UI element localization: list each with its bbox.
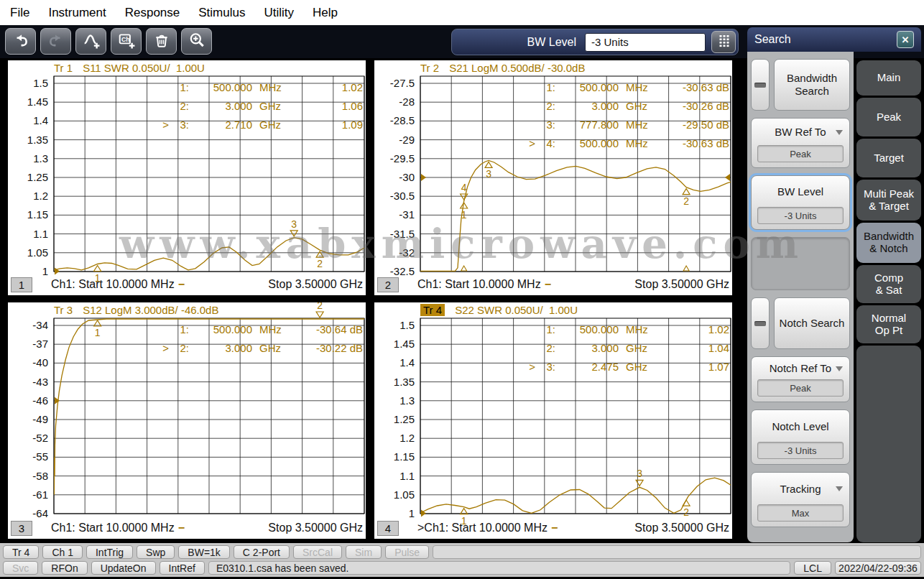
status-datetime: 2022/04/22-09:36	[835, 561, 921, 575]
menu-item-help[interactable]: Help	[313, 6, 338, 20]
status-bw-1k[interactable]: BW=1k	[178, 545, 230, 559]
menu-item-response[interactable]: Response	[125, 6, 180, 20]
marker-frequency-unit: MHz	[619, 119, 656, 131]
marker-2: 2	[683, 189, 690, 207]
bw-ref-to-button[interactable]: BW Ref ToPeak	[751, 118, 850, 168]
trace-plot-1[interactable]: Tr 1S11 SWR 0.050U/ 1.00U1.51.451.41.351…	[7, 60, 366, 296]
status-ch-1[interactable]: Ch 1	[42, 545, 83, 559]
softkey-label-row: Tracking	[752, 473, 849, 504]
status-tr-4[interactable]: Tr 4	[3, 545, 39, 559]
tab-bandwidth-notch[interactable]: Bandwidth& Notch	[856, 223, 921, 263]
marker-number: 2:	[169, 100, 189, 112]
notch-search-toggle[interactable]	[751, 297, 770, 349]
add-trace-button[interactable]	[75, 28, 106, 55]
channel-number-badge: 4	[377, 521, 399, 536]
lcl-button[interactable]: LCL	[794, 561, 831, 575]
sweep-start-text: Ch1: Start 10.0000 MHz	[51, 522, 175, 534]
bw-level-input[interactable]	[585, 33, 706, 52]
tracking-button[interactable]: TrackingMax	[751, 472, 850, 527]
search-panel-title: Search	[754, 33, 791, 46]
marker-readout-row: 1:500.000MHz1.02	[159, 78, 363, 96]
tab-normal-op-pt[interactable]: NormalOp Pt	[856, 305, 921, 343]
marker-frequency: 500.000	[555, 137, 619, 149]
tab-peak[interactable]: Peak	[856, 98, 921, 136]
redo-button[interactable]	[40, 28, 71, 55]
menu-item-stimulus[interactable]: Stimulus	[198, 6, 245, 20]
notch-level-button[interactable]: Notch Level-3 Units	[751, 409, 850, 465]
marker-active-indicator: >	[525, 361, 535, 373]
marker-value: 1.04	[656, 342, 729, 354]
marker-number: 4:	[535, 137, 555, 149]
marker-value: -30.63 dB	[656, 137, 729, 149]
notch-search-button[interactable]: Notch Search	[774, 297, 850, 349]
softkey-value-text: -3 Units	[785, 445, 817, 456]
keypad-button[interactable]	[711, 31, 736, 53]
tab-label: Comp& Sat	[874, 272, 903, 297]
status-inttrig[interactable]: IntTrig	[86, 545, 133, 559]
bandwidth-search-toggle[interactable]	[751, 59, 770, 111]
undo-button[interactable]	[5, 28, 36, 55]
marker-1: 1	[461, 203, 468, 221]
delete-button[interactable]	[146, 28, 177, 55]
marker-frequency-unit: MHz	[252, 323, 290, 335]
add-channel-button[interactable]: Ch	[111, 28, 142, 55]
notch-ref-to-button[interactable]: Notch Ref ToPeak	[751, 356, 850, 402]
marker-active-indicator: >	[525, 137, 535, 149]
bw-level-button[interactable]: BW Level-3 Units	[751, 175, 850, 230]
trace-plus-icon	[83, 32, 100, 52]
tab-multi-peak-target[interactable]: Multi Peak& Target	[856, 180, 921, 221]
status-intref[interactable]: IntRef	[160, 561, 205, 575]
marker-3: 3	[290, 218, 297, 236]
trace-plot-4[interactable]: Tr 4S22 SWR 0.050U/ 1.00U1.51.451.41.351…	[374, 302, 733, 539]
marker-frequency: 2.710	[189, 119, 252, 131]
trace-plot-2[interactable]: Tr 2S21 LogM 0.500dB/ -30.0dB-27.5-28-28…	[374, 60, 733, 296]
close-icon[interactable]: ✕	[897, 31, 914, 48]
tab-target[interactable]: Target	[856, 139, 921, 177]
tab-label: Multi Peak& Target	[864, 188, 914, 213]
status-empty-field	[433, 545, 921, 559]
menu-item-file[interactable]: File	[10, 6, 29, 20]
zoom-button[interactable]	[181, 28, 212, 55]
marker-frequency-unit: GHz	[619, 361, 656, 373]
marker-number: 3:	[169, 119, 189, 131]
trash-icon	[153, 32, 170, 52]
status-svc: Svc	[3, 561, 38, 575]
chevron-down-icon	[836, 130, 843, 135]
marker-readout-table: 1:500.000MHz1.022:3.000GHz1.04>3:2.475GH…	[525, 320, 729, 376]
marker-frequency: 500.000	[189, 323, 252, 335]
marker-frequency: 500.000	[189, 81, 252, 93]
marker-value: -30.63 dB	[656, 81, 729, 93]
softkey-label: BW Level	[777, 185, 823, 198]
menu-item-instrument[interactable]: Instrument	[48, 6, 106, 20]
marker-readout-row: >4:500.000MHz-30.63 dB	[525, 134, 729, 152]
status-rfon[interactable]: RFOn	[42, 561, 87, 575]
sweep-start-text: Ch1: Start 10.0000 MHz	[51, 278, 175, 291]
status-label: SrcCal	[302, 547, 333, 558]
status-updateon[interactable]: UpdateOn	[91, 561, 156, 575]
marker-frequency-unit: GHz	[619, 100, 656, 112]
menu-item-utility[interactable]: Utility	[264, 6, 294, 20]
marker-active-indicator: >	[159, 119, 169, 131]
marker-readout-table: 1:500.000MHz-30.64 dB>2:3.000GHz-30.22 d…	[159, 320, 363, 357]
tab-comp-sat[interactable]: Comp& Sat	[856, 265, 921, 303]
marker-readout-row: 2:3.000GHz1.06	[159, 96, 363, 115]
status-label: Swp	[146, 547, 165, 558]
softkey-row: Notch Search	[751, 297, 850, 349]
bandwidth-search-button[interactable]: Bandwidth Search	[774, 59, 850, 111]
status-label: BW=1k	[188, 547, 221, 558]
status-label: Sim	[355, 547, 372, 558]
sweep-stop-text: Stop 3.50000 GHz	[634, 522, 729, 534]
tab-main[interactable]: Main	[856, 60, 921, 96]
marker-number: 2:	[535, 342, 555, 354]
svg-text:1: 1	[461, 209, 467, 221]
status-c-2-port[interactable]: C 2-Port	[234, 545, 290, 559]
status-pulse: Pulse	[385, 545, 429, 559]
status-label: Pulse	[394, 547, 420, 558]
sweep-indicator: −	[545, 278, 551, 291]
marker-frequency: 2.475	[555, 361, 619, 373]
bw-level-value: -3 Units	[757, 207, 844, 224]
marker-1: 1	[94, 320, 101, 338]
status-swp[interactable]: Swp	[137, 545, 175, 559]
sweep-stop-text: Stop 3.50000 GHz	[634, 278, 729, 291]
trace-plot-3[interactable]: Tr 3S12 LogM 3.000dB/ -46.0dB-34-37-40-4…	[7, 302, 366, 539]
